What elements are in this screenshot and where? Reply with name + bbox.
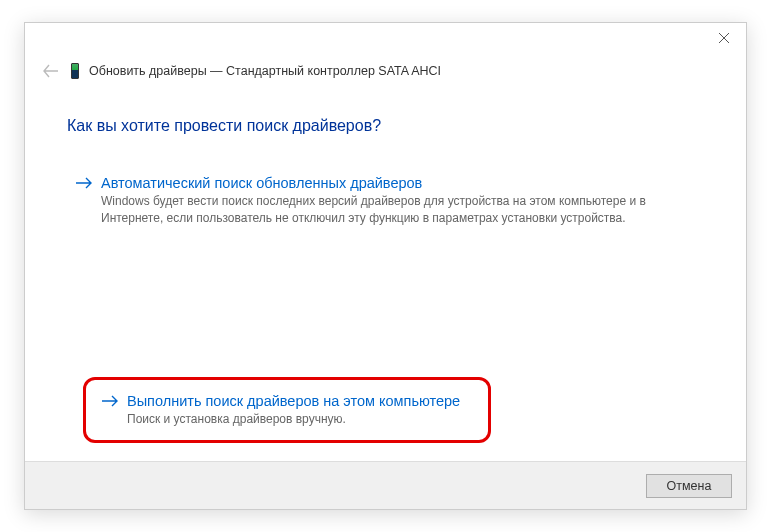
back-button[interactable] [41, 64, 61, 78]
page-heading: Как вы хотите провести поиск драйверов? [67, 117, 704, 135]
option-title: Автоматический поиск обновленных драйвер… [101, 175, 422, 191]
option-auto-search[interactable]: Автоматический поиск обновленных драйвер… [67, 167, 704, 238]
dialog-title: Обновить драйверы — Стандартный контролл… [89, 64, 441, 78]
option-description: Поиск и установка драйверов вручную. [127, 411, 460, 428]
cancel-label: Отмена [667, 479, 712, 493]
option-browse-computer[interactable]: Выполнить поиск драйверов на этом компью… [93, 385, 468, 438]
option-description: Windows будет вести поиск последних верс… [101, 193, 661, 228]
arrow-right-icon [75, 176, 93, 190]
cancel-button[interactable]: Отмена [646, 474, 732, 498]
close-icon [719, 33, 729, 43]
titlebar [25, 23, 746, 57]
option-title: Выполнить поиск драйверов на этом компью… [127, 393, 460, 409]
content-area: Как вы хотите провести поиск драйверов? … [25, 89, 746, 238]
close-button[interactable] [702, 23, 746, 53]
dialog-footer: Отмена [25, 461, 746, 509]
device-icon [71, 63, 79, 79]
arrow-left-icon [43, 64, 59, 78]
driver-update-dialog: Обновить драйверы — Стандартный контролл… [24, 22, 747, 510]
header-row: Обновить драйверы — Стандартный контролл… [25, 57, 746, 89]
arrow-right-icon [101, 394, 119, 408]
